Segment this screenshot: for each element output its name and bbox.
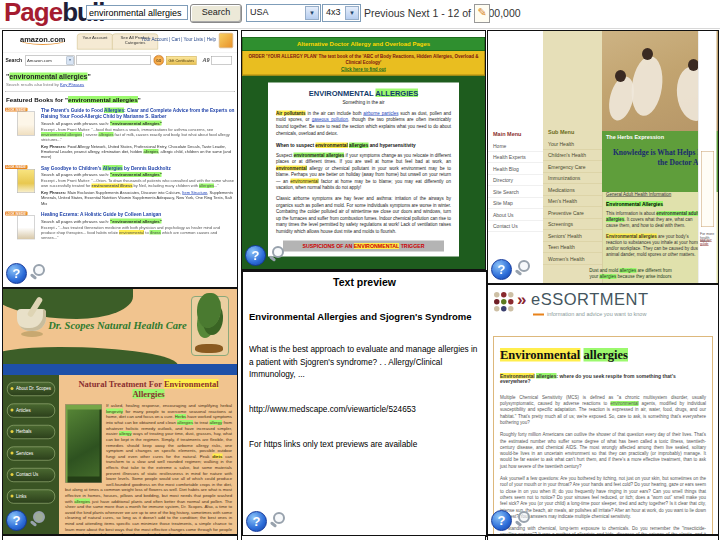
menu-item[interactable]: Immunizations — [543, 173, 602, 185]
result-thumbnail-partial[interactable] — [2, 535, 238, 540]
help-icon[interactable]: ? — [491, 510, 512, 531]
magnifier-icon[interactable] — [29, 263, 47, 282]
menu-item[interactable]: Health Blog — [488, 163, 543, 175]
search-label: Search — [6, 57, 23, 63]
chevron-down-icon[interactable]: ▼ — [345, 6, 359, 20]
help-icon[interactable]: ? — [246, 511, 267, 532]
go-button[interactable]: GO — [154, 55, 165, 66]
book-title-link[interactable]: Healing Eczema: A Holistic Guide by Coll… — [41, 211, 235, 217]
article-subtitle: Something in the air — [276, 100, 451, 106]
menu-item[interactable]: Seniors' Health — [543, 230, 602, 242]
tab-your-account[interactable]: Your Account — [77, 34, 113, 50]
amazon-page: amazon.com Your Account See All Product … — [3, 31, 237, 287]
help-icon[interactable]: ? — [491, 259, 512, 280]
sidebar-item-herbals[interactable]: Herbals — [7, 425, 55, 439]
menu-item[interactable]: Home — [488, 140, 543, 152]
article-box: Environmental allergies Environmental al… — [493, 336, 713, 534]
menu-item[interactable]: Men's Health — [543, 196, 602, 208]
sidebar-link[interactable]: see our guide — [700, 238, 715, 245]
sidebar-item-about[interactable]: About Dr. Scopes — [7, 382, 55, 396]
trigger-banner: SUSPICIONS OF AN ENVIRONMENTAL TRIGGER — [283, 241, 444, 252]
menu-item[interactable]: Health Experts — [488, 152, 543, 164]
sidebar-item-links[interactable]: Links — [7, 490, 55, 504]
menu-item[interactable]: Emergency Care — [543, 161, 602, 173]
book-cover-thumbnail[interactable] — [17, 215, 35, 239]
help-icon[interactable]: ? — [6, 263, 27, 284]
amazon-top-links[interactable]: Your Account | Cart | Your Lists | Help — [141, 37, 216, 42]
search-button[interactable]: Search — [190, 4, 242, 23]
book-phrases-line: Search all pages with phrases such: "env… — [41, 172, 235, 177]
previous-link[interactable]: Previous — [364, 7, 405, 19]
result-thumbnail-partial[interactable] — [241, 535, 486, 540]
result-thumbnail-amazon[interactable]: amazon.com Your Account See All Product … — [2, 30, 238, 288]
chevron-down-icon[interactable]: ▼ — [67, 57, 74, 65]
menu-item[interactable]: About Us — [488, 209, 543, 221]
country-select[interactable]: USA▼ — [246, 4, 321, 22]
chevrons-glyph: » — [517, 289, 526, 309]
result-thumbnail-partial[interactable] — [487, 535, 719, 540]
text-preview-page: Text preview Environmental Allergies and… — [243, 272, 486, 535]
book-key-phrases: Key Phrases: Main Exclusion Supplements … — [41, 190, 235, 206]
article-heading: Environmental Allergies and Sjogren's Sy… — [249, 311, 480, 322]
book-cover-thumbnail[interactable] — [17, 112, 35, 136]
source-url[interactable]: http://www.medscape.com/viewarticle/5246… — [249, 404, 480, 414]
magnifier-icon[interactable] — [268, 245, 286, 264]
magnifier-icon[interactable] — [269, 511, 287, 530]
article-title: ENVIRONMENTAL ALLERGIES — [276, 89, 451, 98]
notepad-icon[interactable]: ✎ — [474, 4, 490, 23]
sidebar-item-articles[interactable]: Articles — [7, 404, 55, 418]
menu-item[interactable]: Site Map — [488, 198, 543, 210]
sidebar-item-services[interactable]: Services — [7, 447, 55, 461]
paragraph: This information is about environmental … — [606, 211, 702, 229]
magnifier-icon[interactable] — [514, 259, 532, 278]
menu-item[interactable]: Your Health — [543, 138, 602, 150]
book-title-link[interactable]: The Parent's Guide to Food Allergies: Cl… — [41, 108, 235, 120]
magnifier-icon[interactable] — [29, 510, 47, 529]
featured-books-heading: Featured Books for "environmental allerg… — [6, 96, 237, 103]
mortar-pestle-image — [17, 309, 46, 331]
department-select[interactable]: Amazon.com▼ — [25, 56, 75, 66]
result-thumbnail-drscopes[interactable]: Dr. Scopes Natural Health Care About Dr.… — [2, 288, 238, 535]
gift-certificates-button[interactable]: Gift Certificates — [166, 56, 197, 65]
book-cover-thumbnail[interactable] — [17, 169, 35, 193]
book-excerpt: Excerpt - from Front Matter: "...Orion. … — [41, 178, 235, 188]
footer-note-line: your allergies because they arise indoor… — [563, 274, 698, 280]
banner-link[interactable]: Click here to find out — [247, 66, 480, 72]
altdoctor-page: Alternative Doctor Allergy and Overload … — [242, 31, 485, 269]
sidebar-item-contact[interactable]: Contact Us — [7, 468, 55, 482]
menu-item[interactable]: Screenings — [543, 219, 602, 231]
result-thumbnail-textpreview[interactable]: Text preview Environmental Allergies and… — [241, 270, 488, 537]
grid-size-select[interactable]: 4x3▼ — [322, 4, 361, 22]
menu-item[interactable]: Teen Health — [543, 242, 602, 254]
menu-item[interactable]: Preventive Care — [543, 207, 602, 219]
thumbnail-controls: ? — [246, 511, 287, 532]
menu-item[interactable]: Women's Health — [543, 253, 602, 265]
result-thumbnail-herbs[interactable]: Main Menu Home Health Experts Health Blo… — [487, 30, 719, 284]
menu-item[interactable]: Contact Us — [488, 221, 543, 233]
help-icon[interactable]: ? — [245, 245, 266, 266]
herb-jar-image — [191, 296, 229, 356]
web-search-input[interactable] — [211, 56, 232, 65]
article-heading: Environmental Allergies — [606, 201, 702, 207]
help-icon[interactable]: ? — [6, 510, 27, 531]
paragraph: Classic airborne symptoms are hay fever … — [276, 195, 451, 234]
gift-box-icon — [219, 33, 233, 48]
thumbnail-controls: ? — [491, 510, 532, 531]
article-box: ENVIRONMENTAL ALLERGIES Something in the… — [268, 83, 459, 257]
book-title-link[interactable]: Say Goodbye to Children's Allergies by D… — [41, 165, 235, 171]
next-link[interactable]: Next — [408, 7, 430, 19]
preview-body: Environmental Allergies and Sjogren's Sy… — [243, 311, 486, 449]
menu-item[interactable]: Site Search — [488, 186, 543, 198]
magnifier-icon[interactable] — [514, 510, 532, 529]
result-thumbnail-essortment[interactable]: » eSSORTMENT information and advice you … — [487, 284, 719, 535]
sidebar-box — [701, 151, 714, 227]
result-thumbnail-altdoctor[interactable]: Alternative Doctor Allergy and Overload … — [241, 30, 486, 270]
menu-item[interactable]: Directory — [488, 175, 543, 187]
menu-item[interactable]: Medications — [543, 184, 602, 196]
menu-item[interactable]: Children's Health — [543, 150, 602, 162]
book-excerpt: Excerpt - from Front Matter: "...food th… — [41, 127, 235, 143]
chevron-down-icon[interactable]: ▼ — [305, 6, 319, 20]
amazon-search-input[interactable] — [76, 56, 151, 65]
search-input[interactable] — [86, 5, 188, 20]
info-link[interactable]: General Adult Health Information — [606, 192, 671, 197]
